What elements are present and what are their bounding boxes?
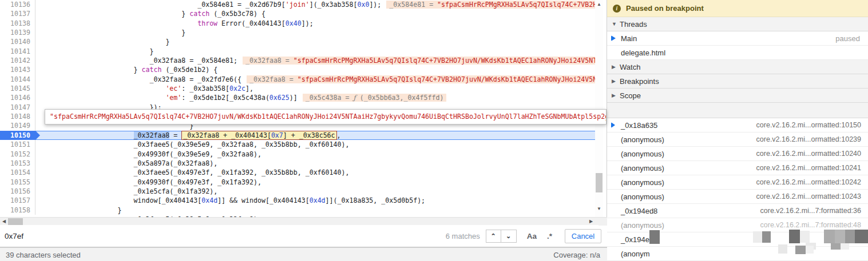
redaction-block: [795, 246, 806, 254]
code-line[interactable]: 10146 'em': _0x5de1b2[_0x5c438a(0x625)]_…: [0, 93, 595, 102]
line-number[interactable]: 10151: [0, 140, 35, 149]
line-number[interactable]: 10154: [0, 168, 35, 177]
thread-label: delegate.html: [621, 49, 665, 57]
code-line[interactable]: 10154 _0x3faee5(_0x497e3f, _0x1fa392, _0…: [0, 168, 595, 177]
inline-eval-hint: _0x32faa8 = "sfpaCsmHrRcPMgRXHa5LAv5q7QI…: [243, 57, 595, 65]
scroll-up-icon[interactable]: ▲: [595, 1, 603, 9]
line-number[interactable]: 10156: [0, 187, 35, 196]
thread-status: paused: [835, 34, 860, 43]
call-stack-frame[interactable]: (anonymous)core.v2.16.2.mi...ormatted:10…: [607, 147, 868, 161]
code-line[interactable]: 10144 _0x32faa8 = _0x2fd7e6({_0x32faa8 =…: [0, 75, 595, 84]
tooltip-string-value: "sfpaCsmHrRcPMgRXHa5LAv5q7QIslq74C+7VB2H…: [50, 113, 607, 121]
horizontal-scrollbar-thumb[interactable]: [8, 218, 23, 225]
code-line[interactable]: 10152 _0x49930f(_0x39e5e9, _0x32faa8),: [0, 150, 595, 159]
section-threads[interactable]: ▼ Threads: [607, 17, 868, 31]
code-line[interactable]: 10145 'ec': _0x3ab358[0x2c],: [0, 84, 595, 93]
call-stack-frame[interactable]: _0x194ed8core.v2.16.2.mi...7:formatted:3…: [607, 204, 868, 218]
scroll-down-icon[interactable]: ▼: [595, 205, 603, 213]
line-number[interactable]: 10137: [0, 9, 35, 18]
call-stack-header[interactable]: [607, 103, 868, 118]
line-number[interactable]: 10143: [0, 65, 35, 74]
code-line[interactable]: 10158 }: [0, 206, 595, 215]
call-stack-frame[interactable]: (anonymous)core.v2.16.2.mi...ormatted:10…: [607, 190, 868, 204]
code-line[interactable]: 10138 throw Error(_0x404143[0x40]);: [0, 19, 595, 28]
next-match-button[interactable]: ⌄: [501, 230, 517, 243]
coverage-status: Coverage: n/a: [553, 251, 600, 259]
section-breakpoints[interactable]: ▶ Breakpoints: [607, 74, 868, 89]
line-number[interactable]: 10144: [0, 75, 35, 84]
line-number[interactable]: 10141: [0, 47, 35, 56]
line-number[interactable]: 10152: [0, 150, 35, 159]
code-line[interactable]: 10155 _0x49930f(_0x497e3f, _0x1fa392),: [0, 178, 595, 187]
line-number[interactable]: 10136: [0, 0, 35, 9]
vertical-scrollbar[interactable]: ▲ ▼: [595, 0, 603, 217]
redaction-block: [762, 231, 771, 243]
line-number[interactable]: 10147: [0, 103, 35, 112]
match-case-toggle[interactable]: Aa: [527, 232, 537, 240]
frame-function-name: (anonymous): [621, 150, 664, 158]
section-watch[interactable]: ▶ Watch: [607, 60, 868, 74]
devtools-sources-panel: 10136 _0x584e81 = _0x2d67b9['join'](_0x3…: [0, 0, 868, 261]
code-line[interactable]: 10153 _0x5a897a(_0x32faa8),: [0, 159, 595, 168]
line-number[interactable]: 10138: [0, 19, 35, 28]
redaction-block: [835, 230, 845, 243]
search-input[interactable]: [5, 232, 446, 240]
inline-eval-hint: _0x5c438a = ƒ (_0x5bb6a3,_0x4f5ffd): [303, 94, 447, 102]
line-number[interactable]: 10148: [0, 112, 35, 121]
frame-location: core.v2.16.2.mi...7:formatted:36: [760, 207, 861, 215]
call-stack-frame[interactable]: (anonymous)core.v2.16.2.mi...ormatted:10…: [607, 175, 868, 190]
regex-toggle[interactable]: .*: [547, 232, 552, 240]
code-editor[interactable]: 10136 _0x584e81 = _0x2d67b9['join'](_0x3…: [0, 0, 607, 217]
scroll-left-icon[interactable]: ◀: [1, 218, 7, 226]
line-number[interactable]: 10150: [0, 131, 35, 140]
call-stack-frame[interactable]: _0x18a635core.v2.16.2.mi...ormatted:1015…: [607, 118, 868, 132]
frame-function-name: (anonymous): [621, 221, 664, 230]
inline-eval-hint: _0x32faa8 = "sfpaCsmHrRcPMgRXHa5LAv5q7QI…: [247, 75, 595, 83]
code-line[interactable]: 10150 _0x32faa8 = _0x32faa8 + _0x404143[…: [0, 131, 595, 140]
line-number[interactable]: 10142: [0, 56, 35, 65]
horizontal-scrollbar[interactable]: ◀ ▶: [0, 217, 607, 225]
code-line[interactable]: 10137 } catch (_0x5b3c78) {: [0, 9, 595, 18]
debugger-sidebar: i Paused on breakpoint ▼ Threads Mainpau…: [607, 0, 868, 261]
call-stack-frame[interactable]: (anonymous)core.v2.16.2.mi...ormatted:10…: [607, 161, 868, 175]
cancel-button[interactable]: Cancel: [565, 229, 601, 243]
frame-function-name: (anonym: [621, 250, 650, 258]
line-number[interactable]: 10155: [0, 178, 35, 187]
evaluated-expression-highlight: _0x32faa8 + _0x404143[0x7] + _0x38c56c: [181, 131, 336, 140]
thread-row[interactable]: delegate.html: [607, 46, 868, 60]
chevron-right-icon: ▶: [612, 93, 620, 98]
line-number[interactable]: 10153: [0, 159, 35, 168]
redaction-block: [649, 230, 660, 244]
frame-location: core.v2.16.2.mi...ormatted:10241: [756, 164, 861, 172]
thread-label: Main: [621, 34, 637, 43]
line-number[interactable]: 10140: [0, 37, 35, 46]
code-line[interactable]: 10143 } catch (_0x5de1b2) {: [0, 65, 595, 74]
code-line[interactable]: 10140 }: [0, 37, 595, 46]
code-line[interactable]: 10157 window[_0x404143[0x4d]] && window[…: [0, 196, 595, 205]
code-line[interactable]: 10142 _0x32faa8 = _0x584e81;_0x32faa8 = …: [0, 56, 595, 65]
redaction-block: [753, 231, 762, 243]
line-number[interactable]: 10158: [0, 206, 35, 215]
redaction-block: [806, 246, 814, 254]
line-number[interactable]: 10149: [0, 121, 35, 130]
selection-status: 39 characters selected: [6, 251, 81, 259]
section-scope[interactable]: ▶ Scope: [607, 89, 868, 103]
call-stack-frame[interactable]: (anonym: [607, 247, 868, 261]
code-line[interactable]: 10141 }: [0, 47, 595, 56]
scroll-right-icon[interactable]: ▶: [588, 218, 594, 226]
code-line[interactable]: 10139 }: [0, 28, 595, 37]
scrollbar-corner: [599, 218, 607, 226]
line-number[interactable]: 10139: [0, 28, 35, 37]
vertical-scrollbar-thumb[interactable]: [596, 173, 603, 192]
code-line[interactable]: 10156 _0x1e5cfa(_0x1fa392),: [0, 187, 595, 196]
line-number[interactable]: 10146: [0, 93, 35, 102]
call-stack-frame[interactable]: (anonymous)core.v2.16.2.mi...ormatted:10…: [607, 132, 868, 147]
line-number[interactable]: 10157: [0, 196, 35, 205]
frame-location: core.v2.16.2.mi...ormatted:10242: [756, 178, 861, 186]
code-line[interactable]: 10151 _0x3faee5(_0x39e5e9, _0x32faa8, _0…: [0, 140, 595, 149]
thread-row[interactable]: Mainpaused: [607, 31, 868, 46]
code-editor-pane: 10136 _0x584e81 = _0x2d67b9['join'](_0x3…: [0, 0, 607, 261]
code-line[interactable]: 10136 _0x584e81 = _0x2d67b9['join'](_0x3…: [0, 0, 595, 9]
line-number[interactable]: 10145: [0, 84, 35, 93]
previous-match-button[interactable]: ⌃: [486, 230, 501, 243]
